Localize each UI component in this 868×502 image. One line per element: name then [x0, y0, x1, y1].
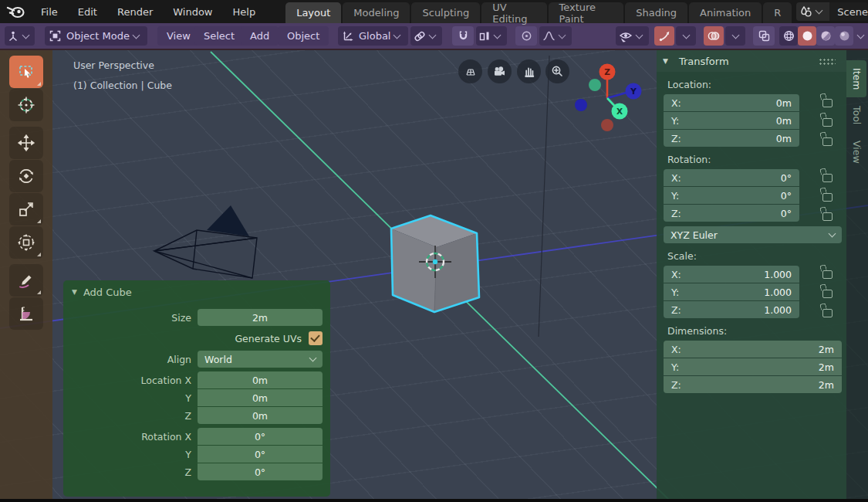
cursor-tool-icon: [17, 96, 35, 114]
zoom-view-button[interactable]: [545, 59, 569, 83]
rotate-tool[interactable]: [9, 160, 43, 192]
scale-z-field[interactable]: Z:1.000: [664, 301, 799, 318]
menu-render[interactable]: Render: [107, 0, 163, 23]
shading-material-button[interactable]: [816, 26, 835, 46]
rotation-z-field[interactable]: Z 0°: [198, 463, 323, 480]
menu-view[interactable]: View: [157, 26, 200, 46]
dimensions-y-field[interactable]: Y:2m: [664, 358, 842, 375]
object-visibility-dropdown[interactable]: [616, 26, 649, 46]
gizmo-x-ball[interactable]: X: [612, 103, 628, 120]
annotate-tool[interactable]: [9, 264, 43, 297]
snap-toggle-button[interactable]: [452, 26, 474, 46]
xray-toggle[interactable]: [753, 26, 775, 46]
sidebar-tab-view[interactable]: View: [846, 133, 866, 171]
snap-mode-dropdown[interactable]: [476, 26, 507, 46]
move-view-button[interactable]: [517, 59, 541, 83]
menu-help[interactable]: Help: [223, 0, 266, 23]
chevron-down-icon: [559, 31, 566, 39]
camera-view-button[interactable]: [488, 59, 512, 83]
rotation-z-field[interactable]: Z:0°: [664, 205, 799, 222]
workspace-tab-modeling[interactable]: Modeling: [343, 2, 410, 23]
gizmo-neg-x-ball[interactable]: [589, 79, 601, 91]
location-x-field[interactable]: X:0m: [664, 94, 799, 111]
workspace-tab-uv-editing[interactable]: UV Editing: [481, 2, 546, 23]
sidebar-tab-item[interactable]: Item: [846, 60, 866, 97]
location-y-field[interactable]: Y:0m: [664, 112, 799, 129]
unlock-icon[interactable]: [822, 174, 833, 182]
scale-tool[interactable]: [9, 193, 43, 226]
rotation-mode-dropdown[interactable]: XYZ Euler: [664, 226, 842, 243]
transform-panel-header[interactable]: ▼ Transform: [657, 50, 846, 72]
unlock-icon[interactable]: [822, 118, 833, 127]
menu-select[interactable]: Select: [194, 26, 244, 46]
workspace-tab-animation[interactable]: Animation: [689, 2, 762, 23]
dimensions-z-field[interactable]: Z:2m: [664, 376, 842, 393]
unlock-icon[interactable]: [822, 290, 833, 298]
operator-panel-header[interactable]: ▼ Add Cube: [63, 280, 330, 304]
transform-tool[interactable]: [9, 226, 43, 259]
location-y-field[interactable]: Y 0m: [198, 389, 323, 406]
sidebar-tab-tool[interactable]: Tool: [846, 98, 866, 132]
show-overlays-toggle[interactable]: [704, 26, 724, 46]
unlock-icon[interactable]: [822, 99, 833, 107]
blender-window: { "topbar": { "menus": ["File", "Edit", …: [0, 0, 868, 502]
workspace-tab-shading[interactable]: Shading: [625, 2, 687, 23]
scale-x-field[interactable]: X:1.000: [664, 266, 799, 283]
workspace-tab-layout[interactable]: Layout: [285, 2, 341, 23]
scene-name-field[interactable]: Scene: [829, 2, 868, 21]
menu-file[interactable]: File: [31, 0, 68, 23]
unlock-icon[interactable]: [822, 212, 833, 221]
gizmo-neg-z-ball[interactable]: [601, 119, 613, 131]
shading-wireframe-button[interactable]: [779, 26, 798, 46]
proportional-editing-toggle[interactable]: [515, 26, 537, 46]
workspace-tab-sculpting[interactable]: Sculpting: [411, 2, 480, 23]
perspective-toggle-button[interactable]: [458, 59, 482, 83]
size-field[interactable]: 2m: [198, 309, 323, 326]
navigation-gizmo[interactable]: Z Y X: [567, 58, 652, 139]
workspace-tab-texture-paint[interactable]: Texture Paint: [549, 2, 624, 23]
scale-y-field[interactable]: Y:1.000: [664, 283, 799, 300]
generate-uvs-checkbox[interactable]: [309, 331, 323, 345]
gizmo-neg-y-ball[interactable]: [575, 99, 587, 111]
panel-grip-icon[interactable]: [819, 58, 836, 65]
mode-dropdown[interactable]: Object Mode: [45, 26, 147, 46]
gizmo-z-ball[interactable]: Z: [599, 64, 616, 80]
gizmo-y-ball[interactable]: Y: [626, 83, 642, 100]
mode-label: Object Mode: [66, 30, 130, 42]
chevron-down-icon: [22, 31, 30, 39]
unlock-icon[interactable]: [822, 193, 833, 202]
shading-solid-button[interactable]: [798, 26, 816, 46]
transform-orientation-dropdown[interactable]: Global: [338, 26, 408, 46]
rotation-y-field[interactable]: Y 0°: [198, 446, 323, 463]
menu-edit[interactable]: Edit: [68, 0, 107, 23]
subtool-indicator: [37, 82, 41, 86]
cursor-tool[interactable]: [9, 89, 43, 121]
shading-dropdown[interactable]: [853, 26, 867, 46]
rotation-x-field[interactable]: X:0°: [664, 169, 799, 186]
show-gizmo-toggle[interactable]: [654, 26, 674, 46]
gizmo-dropdown[interactable]: [676, 26, 696, 46]
unlock-icon[interactable]: [822, 137, 833, 146]
menu-object[interactable]: Object: [278, 26, 329, 46]
location-z-field[interactable]: Z 0m: [198, 407, 323, 424]
workspace-tab-rendering-truncated[interactable]: R: [763, 2, 792, 23]
shading-rendered-button[interactable]: [835, 26, 853, 46]
unlock-icon[interactable]: [822, 270, 833, 279]
move-tool[interactable]: [9, 127, 43, 159]
rotation-y-field[interactable]: Y:0°: [664, 187, 799, 204]
menu-add[interactable]: Add: [241, 26, 279, 46]
rotation-x-field[interactable]: Rotation X 0°: [198, 428, 323, 445]
location-z-field[interactable]: Z:0m: [664, 130, 799, 147]
overlays-dropdown[interactable]: [725, 26, 745, 46]
snap-target-dropdown[interactable]: [410, 26, 442, 46]
measure-tool[interactable]: [9, 297, 43, 330]
scene-browse-button[interactable]: [796, 2, 829, 21]
unlock-icon[interactable]: [822, 309, 833, 317]
dimensions-x-field[interactable]: X:2m: [664, 341, 842, 358]
proportional-falloff-dropdown[interactable]: [539, 26, 572, 46]
editor-type-button[interactable]: [5, 26, 35, 46]
align-dropdown[interactable]: World: [198, 351, 323, 368]
select-box-tool[interactable]: [9, 56, 43, 88]
location-x-field[interactable]: Location X 0m: [198, 371, 323, 388]
menu-window[interactable]: Window: [163, 0, 222, 23]
